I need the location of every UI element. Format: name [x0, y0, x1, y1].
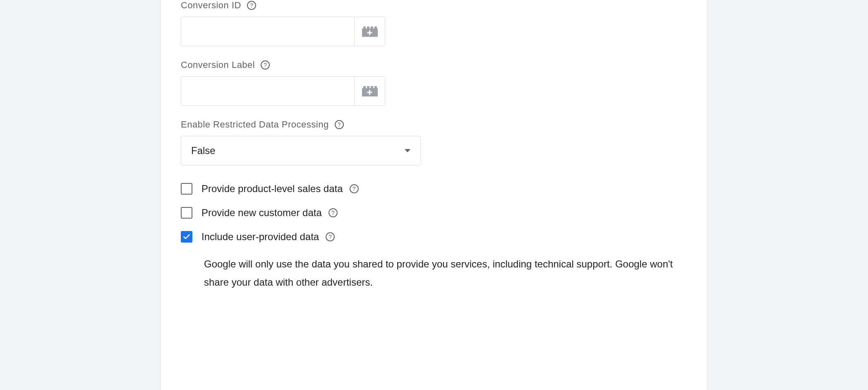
conversion-id-input[interactable]: [181, 17, 354, 46]
checkbox-label-row: Provide product-level sales data: [201, 183, 359, 195]
restricted-data-field: Enable Restricted Data Processing False: [181, 119, 687, 166]
help-icon[interactable]: [328, 208, 338, 217]
svg-rect-3: [374, 26, 377, 29]
product-sales-label: Provide product-level sales data: [201, 183, 343, 195]
product-sales-checkbox[interactable]: [181, 183, 192, 195]
user-provided-checkbox[interactable]: [181, 231, 192, 243]
svg-rect-2: [371, 26, 373, 29]
conversion-label-field: Conversion Label: [181, 60, 687, 106]
lego-plus-icon: [362, 85, 378, 97]
svg-rect-9: [371, 86, 373, 88]
help-icon[interactable]: [261, 60, 270, 70]
help-icon[interactable]: [335, 120, 344, 129]
svg-rect-1: [367, 26, 369, 29]
conversion-label-label: Conversion Label: [181, 60, 255, 70]
variable-picker-button[interactable]: [354, 17, 385, 46]
restricted-data-select[interactable]: False: [181, 136, 421, 166]
user-provided-row: Include user-provided data: [181, 231, 687, 243]
form-panel: Conversion ID: [161, 0, 707, 390]
checkbox-label-row: Include user-provided data: [201, 231, 335, 243]
new-customer-label: Provide new customer data: [201, 207, 322, 219]
field-label-row: Conversion Label: [181, 60, 687, 70]
svg-rect-13: [367, 92, 372, 93]
conversion-id-field: Conversion ID: [181, 0, 687, 46]
svg-rect-6: [367, 32, 372, 34]
help-icon[interactable]: [247, 1, 256, 10]
help-icon[interactable]: [350, 184, 359, 193]
select-value: False: [191, 145, 216, 156]
user-provided-description: Google will only use the data you shared…: [204, 255, 687, 292]
field-label-row: Conversion ID: [181, 0, 687, 11]
new-customer-checkbox[interactable]: [181, 207, 192, 219]
svg-rect-0: [363, 26, 366, 29]
user-provided-label: Include user-provided data: [201, 231, 319, 243]
checkbox-label-row: Provide new customer data: [201, 207, 338, 219]
help-icon[interactable]: [326, 232, 335, 241]
svg-rect-7: [363, 86, 366, 88]
restricted-data-label: Enable Restricted Data Processing: [181, 119, 329, 130]
caret-down-icon: [405, 149, 410, 152]
conversion-id-input-group: [181, 17, 385, 46]
svg-rect-10: [374, 86, 377, 88]
conversion-id-label: Conversion ID: [181, 0, 241, 11]
checkbox-section: Provide product-level sales data Provide…: [181, 183, 687, 292]
variable-picker-button[interactable]: [354, 77, 385, 106]
field-label-row: Enable Restricted Data Processing: [181, 119, 687, 130]
svg-rect-8: [367, 86, 369, 88]
conversion-label-input[interactable]: [181, 77, 354, 106]
conversion-label-input-group: [181, 76, 385, 106]
lego-plus-icon: [362, 26, 378, 37]
product-sales-row: Provide product-level sales data: [181, 183, 687, 195]
new-customer-row: Provide new customer data: [181, 207, 687, 219]
